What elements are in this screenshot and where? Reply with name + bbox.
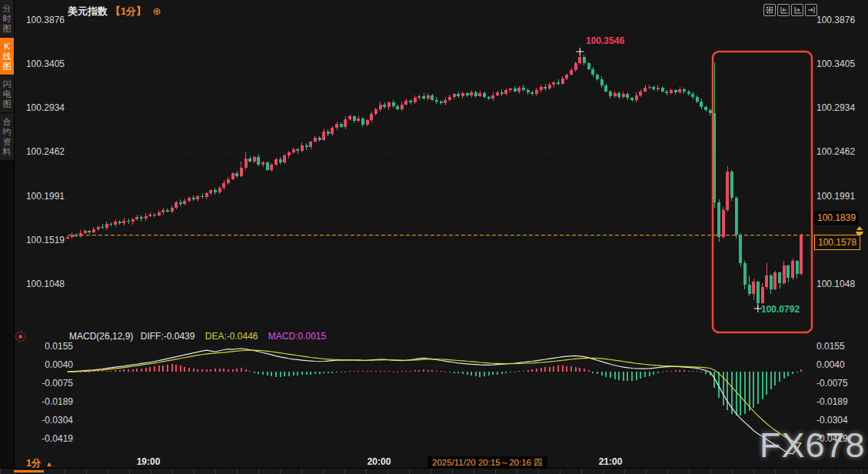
macd-dea-value: DEA:-0.0446 (205, 331, 258, 342)
triangle-up-icon: ▲ (45, 460, 52, 468)
macd-dea-line (68, 350, 801, 443)
candlestick-series (66, 52, 803, 309)
macd-axis-label: -0.0419 (42, 433, 73, 445)
price-axis-right: 100.3876100.3405100.2934100.2462100.1991… (816, 0, 867, 339)
indicator-alert-icon[interactable] (15, 332, 25, 342)
circle-plus-icon[interactable]: ⊕ (152, 5, 161, 17)
price-axis-label: 100.1991 (26, 191, 65, 202)
interval-label: 1分 (26, 458, 41, 469)
last-price-tag: 100.1578 (814, 235, 860, 250)
reference-price-tag: 100.1839 (814, 211, 859, 225)
macd-params: MACD(26,12,9) (69, 331, 133, 342)
chart-toolbar (763, 4, 817, 16)
price-axis-label: 100.2934 (26, 102, 65, 114)
axis-arrow-right-icon[interactable] (791, 4, 803, 16)
macd-axis-label: -0.0189 (816, 396, 848, 408)
price-axis-label: 100.1991 (816, 191, 855, 202)
time-label-21: 21:00 (594, 456, 627, 467)
macd-diff-value: DIFF:-0.0439 (141, 331, 195, 342)
macd-axis-label: 0.0040 (45, 359, 73, 371)
main-chart-canvas[interactable] (0, 0, 868, 474)
time-label-19: 19:00 (131, 456, 165, 467)
sidebar-tab-contract-info[interactable]: 合约资料 (0, 113, 14, 161)
macd-indicator-header: MACD(26,12,9) DIFF:-0.0439 DEA:-0.0446 M… (69, 331, 326, 342)
macd-axis-label: -0.0075 (42, 378, 73, 389)
price-axis-label: 100.3876 (816, 15, 855, 26)
watermark: FX678 (760, 426, 866, 466)
scrollbar-range-handle[interactable] (14, 470, 44, 472)
interval-badge: 【1分】 (111, 5, 146, 17)
time-label-20: 20:00 (362, 456, 396, 467)
price-axis-label: 100.1519 (26, 235, 65, 246)
macd-axis-label: -0.0075 (816, 378, 848, 389)
time-scrollbar[interactable] (0, 468, 868, 474)
pan-crosshair-icon[interactable] (763, 4, 776, 16)
macd-diff-line (68, 349, 801, 454)
trading-chart-app: 分时图 K线图 闪电图 合约资料 美元指数 【1分】 ⊕ 100.3876100… (0, 0, 868, 474)
horizontal-gridlines (68, 21, 813, 439)
price-axis-label: 100.1048 (816, 279, 855, 290)
sidebar-tab-kline-chart[interactable]: K线图 (0, 38, 14, 75)
low-price-annotation: 100.0792 (761, 304, 800, 315)
macd-axis-label: 0.0155 (45, 341, 73, 352)
macd-axis-label: -0.0304 (42, 415, 73, 426)
chart-type-sidebar: 分时图 K线图 闪电图 合约资料 (0, 0, 15, 468)
vertical-gridlines (148, 345, 783, 450)
macd-axis-label: -0.0304 (816, 415, 848, 426)
price-axis-label: 100.3405 (816, 58, 855, 70)
macd-axis-label: 0.0155 (816, 341, 845, 352)
macd-axis-label: 0.0040 (816, 359, 845, 371)
symbol-name: 美元指数 (68, 5, 108, 17)
axis-arrow-left-icon[interactable] (777, 4, 790, 16)
macd-axis-label: -0.0189 (42, 396, 73, 408)
price-axis-label: 100.3876 (26, 15, 65, 26)
high-price-annotation: 100.3546 (586, 35, 624, 46)
sidebar-tab-time-chart[interactable]: 分时图 (0, 0, 14, 38)
price-axis-label: 100.3405 (26, 58, 65, 70)
price-scale-arrow-icon (854, 226, 865, 235)
macd-histogram (67, 364, 802, 416)
macd-bar-value: MACD:0.0015 (268, 331, 326, 342)
price-axis-label: 100.2934 (816, 102, 855, 114)
price-axis-label: 100.2462 (816, 146, 855, 158)
chart-title: 美元指数 【1分】 ⊕ (68, 5, 161, 18)
price-axis-label: 100.2462 (26, 146, 65, 158)
sidebar-tab-lightning-chart[interactable]: 闪电图 (0, 75, 14, 113)
extreme-point-markers (576, 48, 762, 312)
jump-to-latest-icon[interactable] (805, 4, 817, 16)
price-axis-label: 100.1048 (26, 279, 65, 290)
